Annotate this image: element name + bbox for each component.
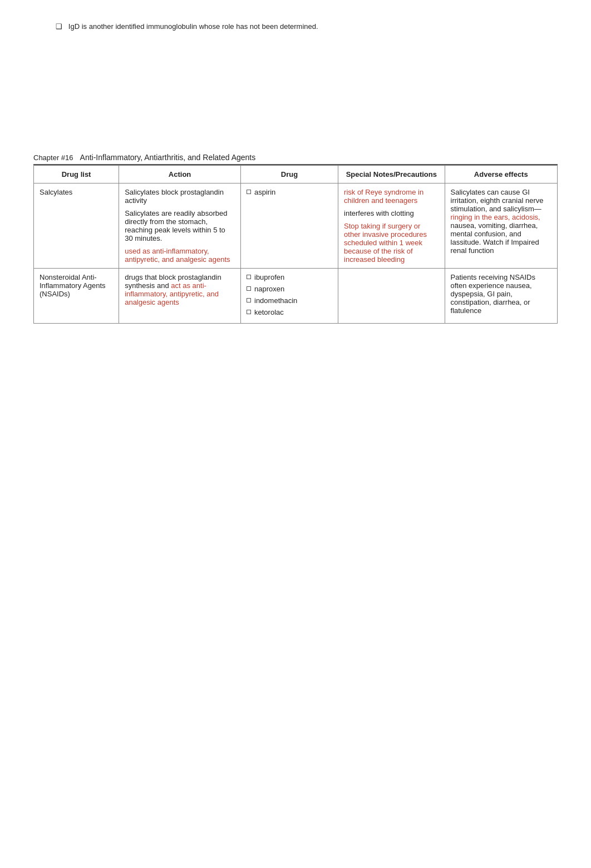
cell-drug-salicylates: aspirin bbox=[241, 183, 338, 269]
top-note-section: ❑ IgD is another identified immunoglobul… bbox=[33, 22, 558, 31]
chapter-title-row: Chapter #16 Anti-Inflammatory, Antiarthr… bbox=[33, 153, 558, 165]
drug-item-aspirin: aspirin bbox=[247, 188, 332, 196]
bullet-icon bbox=[247, 286, 251, 291]
bullet-icon bbox=[247, 190, 251, 194]
top-note-bullet: ❑ bbox=[56, 22, 62, 31]
cell-special-nsaids bbox=[338, 269, 445, 324]
action-nsaids-text: drugs that block prostaglandin synthesis… bbox=[125, 273, 235, 306]
drug-item-ibuprofen: ibuprofen bbox=[247, 273, 332, 281]
bullet-icon bbox=[247, 310, 251, 314]
cell-action-salicylates: Salicylates block prostaglandin activity… bbox=[119, 183, 241, 269]
drug-item-indomethacin: indomethacin bbox=[247, 296, 332, 305]
adverse-text-red-1: ringing in the ears, acidosis, bbox=[451, 213, 540, 221]
drug-name-indomethacin: indomethacin bbox=[254, 296, 297, 305]
table-row: Nonsteroidal Anti-Inflammatory Agents (N… bbox=[34, 269, 558, 324]
header-special-notes: Special Notes/Precautions bbox=[338, 166, 445, 183]
drug-name-aspirin: aspirin bbox=[254, 188, 275, 196]
action-text-red: used as anti-inflammatory, antipyretic, … bbox=[125, 247, 235, 264]
drug-name-naproxen: naproxen bbox=[254, 285, 284, 293]
cell-druglist-salicylates: Salcylates bbox=[34, 183, 119, 269]
drug-name-ketorolac: ketorolac bbox=[254, 308, 284, 316]
chapter-number: Chapter #16 bbox=[33, 153, 73, 162]
adverse-text-plain-2: nausea, vomiting, diarrhea, mental confu… bbox=[451, 221, 539, 255]
adverse-nsaids-text: Patients receiving NSAIDs often experien… bbox=[451, 273, 535, 315]
chapter-section: Chapter #16 Anti-Inflammatory, Antiarthr… bbox=[33, 153, 558, 324]
table-row: Salcylates Salicylates block prostagland… bbox=[34, 183, 558, 269]
chapter-title: Anti-Inflammatory, Antiarthritis, and Re… bbox=[80, 153, 256, 162]
header-action: Action bbox=[119, 166, 241, 183]
drug-item-ketorolac: ketorolac bbox=[247, 308, 332, 316]
action-text-2: Salicylates are readily absorbed directl… bbox=[125, 209, 235, 242]
cell-adverse-salicylates: Salicylates can cause GI irritation, eig… bbox=[445, 183, 557, 269]
table-header-row: Drug list Action Drug Special Notes/Prec… bbox=[34, 166, 558, 183]
drug-item-naproxen: naproxen bbox=[247, 285, 332, 293]
top-note-text: IgD is another identified immunoglobulin… bbox=[68, 22, 318, 31]
special-note-3: Stop taking if surgery or other invasive… bbox=[344, 222, 439, 264]
action-nsaids-red: act as anti-inflammatory, antipyretic, a… bbox=[125, 281, 219, 306]
action-text-1: Salicylates block prostaglandin activity bbox=[125, 188, 235, 205]
drug-table: Drug list Action Drug Special Notes/Prec… bbox=[33, 165, 558, 324]
header-adverse-effects: Adverse effects bbox=[445, 166, 557, 183]
drug-name-ibuprofen: ibuprofen bbox=[254, 273, 284, 281]
cell-special-salicylates: risk of Reye syndrome in children and te… bbox=[338, 183, 445, 269]
special-note-2: interferes with clotting bbox=[344, 209, 439, 217]
bullet-icon bbox=[247, 298, 251, 302]
cell-action-nsaids: drugs that block prostaglandin synthesis… bbox=[119, 269, 241, 324]
special-note-1: risk of Reye syndrome in children and te… bbox=[344, 188, 439, 205]
adverse-text-plain-1: Salicylates can cause GI irritation, eig… bbox=[451, 188, 544, 213]
cell-adverse-nsaids: Patients receiving NSAIDs often experien… bbox=[445, 269, 557, 324]
cell-drug-nsaids: ibuprofen naproxen indomethacin ketorola… bbox=[241, 269, 338, 324]
cell-druglist-nsaids: Nonsteroidal Anti-Inflammatory Agents (N… bbox=[34, 269, 119, 324]
header-druglist: Drug list bbox=[34, 166, 119, 183]
header-drug: Drug bbox=[241, 166, 338, 183]
bullet-icon bbox=[247, 275, 251, 279]
